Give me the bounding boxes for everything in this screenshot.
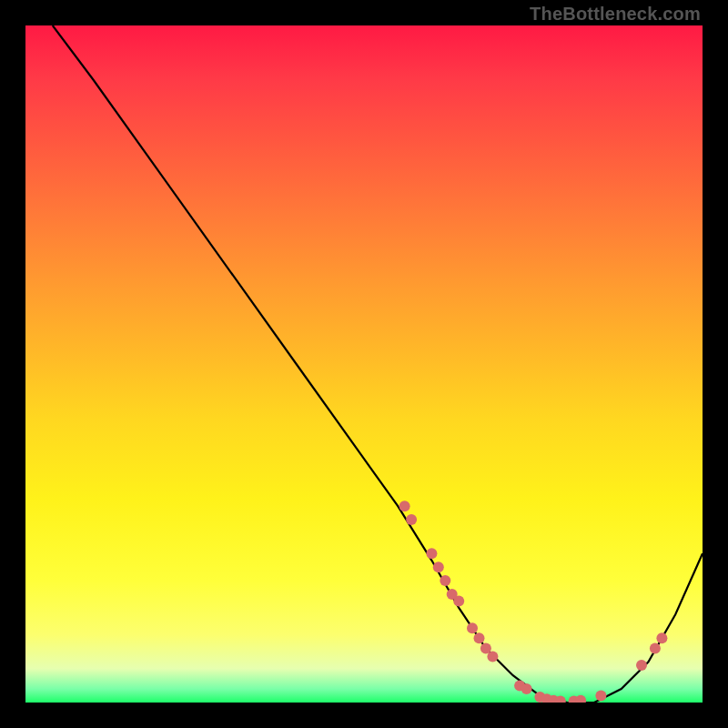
data-point xyxy=(521,683,532,694)
data-points xyxy=(399,500,668,703)
data-point xyxy=(474,632,485,643)
data-point xyxy=(453,595,464,606)
data-point xyxy=(433,561,444,572)
data-point xyxy=(656,632,667,643)
data-point xyxy=(406,514,417,525)
data-point xyxy=(467,622,478,633)
data-point xyxy=(575,695,586,703)
data-point xyxy=(399,500,410,511)
data-point xyxy=(426,548,437,559)
curve-line xyxy=(53,25,703,703)
attribution-text: TheBottleneck.com xyxy=(530,4,701,25)
data-point xyxy=(440,575,450,586)
data-point xyxy=(595,691,606,702)
data-point xyxy=(636,660,647,671)
data-point xyxy=(487,651,498,662)
data-point xyxy=(650,643,661,654)
bottleneck-curve xyxy=(25,25,703,703)
